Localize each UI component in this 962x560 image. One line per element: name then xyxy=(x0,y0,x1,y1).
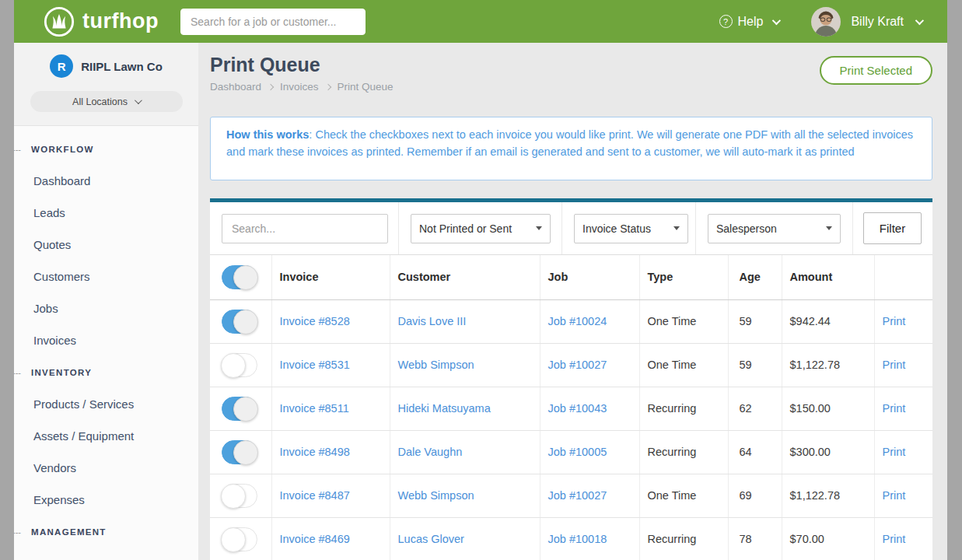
sidebar-item-invoices[interactable]: Invoices xyxy=(14,324,198,356)
sidebar-item-expenses[interactable]: Expenses xyxy=(14,484,198,516)
print-link[interactable]: Print xyxy=(883,446,906,458)
customer-link[interactable]: Dale Vaughn xyxy=(398,446,463,458)
help-menu[interactable]: ? Help xyxy=(719,15,779,29)
printed-filter-value: Not Printed or Sent xyxy=(419,222,512,235)
print-link[interactable]: Print xyxy=(883,533,906,545)
breadcrumb-current: Print Queue xyxy=(338,81,394,93)
col-header-customer: Customer xyxy=(390,255,540,299)
info-banner-title: How this works xyxy=(226,128,309,141)
sidebar-item-assets-equipment[interactable]: Assets / Equipment xyxy=(14,420,198,452)
invoice-table: Invoice Customer Job Type Age Amount Inv… xyxy=(210,255,932,560)
invoice-amount: $300.00 xyxy=(782,430,874,474)
invoice-age: 69 xyxy=(728,474,782,517)
toggle-knob xyxy=(233,265,258,290)
invoice-type: Recurring xyxy=(639,517,728,560)
customer-link[interactable]: Webb Simpson xyxy=(398,359,474,371)
print-queue-panel: Not Printed or Sent Invoice Status Sales… xyxy=(210,198,932,560)
app-logo[interactable]: turfhop xyxy=(43,5,159,38)
turfhop-grass-icon xyxy=(43,5,75,38)
chevron-down-icon[interactable] xyxy=(915,16,924,24)
job-link[interactable]: Job #10027 xyxy=(548,489,607,502)
company-section: R RIIPL Lawn Co All Locations xyxy=(14,43,198,126)
job-link[interactable]: Job #10024 xyxy=(548,315,607,327)
job-link[interactable]: Job #10043 xyxy=(548,402,607,415)
sidebar-item-products-services[interactable]: Products / Services xyxy=(14,388,198,420)
print-link[interactable]: Print xyxy=(883,359,906,371)
row-select-toggle[interactable] xyxy=(222,310,257,334)
invoice-link[interactable]: Invoice #8528 xyxy=(280,315,350,327)
filter-button[interactable]: Filter xyxy=(863,212,922,244)
top-bar: turfhop ? Help Billy Kraft xyxy=(14,0,947,43)
table-search-input[interactable] xyxy=(222,214,388,243)
col-header-age: Age xyxy=(728,255,782,299)
customer-link[interactable]: Lucas Glover xyxy=(398,533,464,545)
printed-filter-select[interactable]: Not Printed or Sent xyxy=(411,214,551,243)
table-row: Invoice #8498 Dale Vaughn Job #10005 Rec… xyxy=(210,430,932,474)
sidebar-item-dashboard[interactable]: Dashboard xyxy=(14,165,198,197)
print-link[interactable]: Print xyxy=(883,315,906,327)
sidebar-section-reports: ---REPORTS xyxy=(14,548,198,560)
invoice-status-select[interactable]: Invoice Status xyxy=(574,214,688,243)
invoice-amount: $150.00 xyxy=(782,387,874,430)
toggle-knob xyxy=(233,440,258,465)
breadcrumb-dashboard[interactable]: Dashboard xyxy=(210,81,261,93)
sidebar-item-vendors[interactable]: Vendors xyxy=(14,452,198,484)
breadcrumb-invoices[interactable]: Invoices xyxy=(280,81,319,93)
invoice-type: One Time xyxy=(639,343,728,387)
customer-link[interactable]: Davis Love III xyxy=(398,315,467,327)
row-select-toggle[interactable] xyxy=(222,527,257,551)
dropdown-arrow-icon xyxy=(673,226,680,230)
customer-link[interactable]: Hideki Matsuyama xyxy=(398,402,491,415)
dropdown-arrow-icon xyxy=(826,226,832,230)
global-search-input[interactable] xyxy=(180,9,366,35)
left-scrollbar[interactable] xyxy=(0,0,14,560)
company-avatar: R xyxy=(50,54,73,78)
job-link[interactable]: Job #10018 xyxy=(548,533,607,545)
customer-link[interactable]: Webb Simpson xyxy=(398,489,474,502)
row-select-toggle[interactable] xyxy=(222,397,257,421)
sidebar-item-quotes[interactable]: Quotes xyxy=(14,229,198,261)
invoice-link[interactable]: Invoice #8498 xyxy=(280,446,350,458)
table-row: Invoice #8528 Davis Love III Job #10024 … xyxy=(210,299,932,343)
col-header-type: Type xyxy=(639,255,728,299)
breadcrumb: Dashboard Invoices Print Queue xyxy=(210,81,401,93)
job-link[interactable]: Job #10005 xyxy=(548,446,607,458)
invoice-link[interactable]: Invoice #8487 xyxy=(280,489,350,502)
row-select-toggle[interactable] xyxy=(222,484,257,508)
print-selected-button[interactable]: Print Selected xyxy=(820,56,932,85)
invoice-age: 59 xyxy=(728,299,782,343)
invoice-age: 59 xyxy=(728,343,782,387)
job-link[interactable]: Job #10027 xyxy=(548,359,607,371)
user-avatar[interactable] xyxy=(811,7,841,37)
sidebar-item-leads[interactable]: Leads xyxy=(14,197,198,229)
invoice-type: One Time xyxy=(639,299,728,343)
invoice-type: Recurring xyxy=(639,430,728,474)
help-label: Help xyxy=(738,15,764,29)
invoice-amount: $1,122.78 xyxy=(782,474,874,517)
filter-toolbar: Not Printed or Sent Invoice Status Sales… xyxy=(210,202,932,255)
sidebar-item-customers[interactable]: Customers xyxy=(14,261,198,292)
invoice-age: 62 xyxy=(728,387,782,430)
location-selector[interactable]: All Locations xyxy=(30,91,183,112)
table-row: Invoice #8511 Hideki Matsuyama Job #1004… xyxy=(210,387,932,430)
user-name[interactable]: Billy Kraft xyxy=(851,15,904,29)
row-select-toggle[interactable] xyxy=(222,440,257,464)
brand-name: turfhop xyxy=(82,9,159,33)
print-link[interactable]: Print xyxy=(883,489,906,502)
toggle-knob xyxy=(233,310,258,334)
chevron-down-icon xyxy=(772,16,781,24)
sidebar-item-jobs[interactable]: Jobs xyxy=(14,292,198,324)
breadcrumb-separator-icon xyxy=(268,83,274,89)
select-all-toggle[interactable] xyxy=(222,265,257,289)
print-link[interactable]: Print xyxy=(883,402,906,415)
invoice-link[interactable]: Invoice #8511 xyxy=(280,402,349,415)
invoice-link[interactable]: Invoice #8469 xyxy=(280,533,350,545)
row-select-toggle[interactable] xyxy=(222,353,257,377)
invoice-amount: $1,122.78 xyxy=(782,343,874,387)
salesperson-select[interactable]: Salesperson xyxy=(708,214,841,243)
location-selector-label: All Locations xyxy=(72,96,128,107)
invoice-link[interactable]: Invoice #8531 xyxy=(280,359,350,371)
right-scrollbar[interactable] xyxy=(947,0,962,560)
avatar-photo xyxy=(811,7,841,37)
info-banner: How this works: Check the checkboxes nex… xyxy=(210,117,932,180)
